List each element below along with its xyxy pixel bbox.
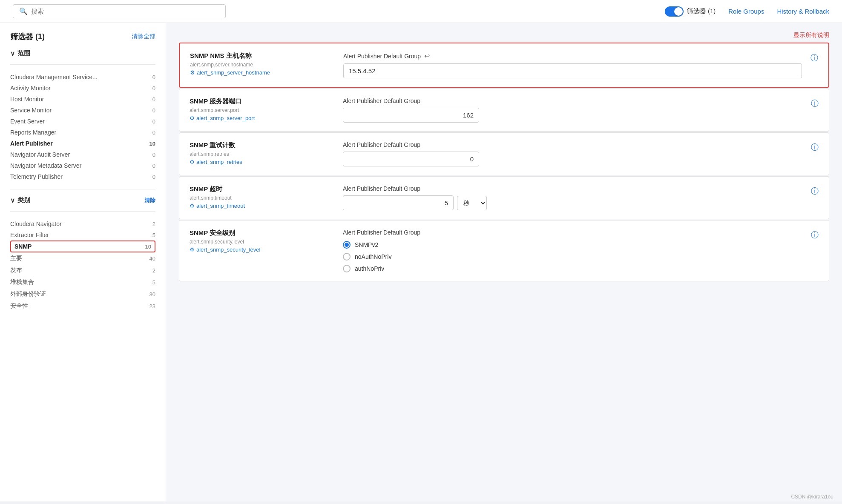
scope-item-navigator-audit[interactable]: Navigator Audit Server 0 — [10, 149, 155, 160]
config-label-col-snmp-security: SNMP 安全级别 alert.snmp.security.level ⚙ al… — [190, 229, 334, 253]
input-snmp-retries[interactable] — [343, 152, 479, 166]
group-label-text-snmp-server-port: Alert Publisher Default Group — [343, 97, 420, 104]
search-input[interactable] — [31, 8, 219, 15]
category-item-snmp[interactable]: SNMP 10 — [10, 241, 155, 252]
category-label: 类别 — [17, 196, 30, 204]
filter-toggle[interactable]: 筛选器 (1) — [665, 6, 716, 17]
search-box[interactable]: 🔍 — [13, 4, 226, 18]
radio-label-authnopriv: authNoPriv — [355, 265, 384, 272]
category-inner-divider — [10, 211, 155, 212]
info-icon-snmp-security[interactable]: ⓘ — [811, 230, 819, 240]
scope-item-activity-monitor[interactable]: Activity Monitor 0 — [10, 83, 155, 94]
config-label-col-snmp-server-port: SNMP 服务器端口 alert.snmp.server.port ⚙ aler… — [190, 97, 334, 121]
config-link-label-snmp-timeout: alert_snmp_timeout — [196, 203, 245, 209]
radio-noauthnopriv[interactable]: noAuthNoPriv — [343, 253, 802, 261]
group-label-text-snmp-timeout: Alert Publisher Default Group — [343, 185, 420, 192]
chevron-down-icon-2: ∨ — [10, 197, 15, 204]
top-bar: 🔍 筛选器 (1) Role Groups History & Rollback — [0, 0, 842, 23]
rollback-icon-snmp-nms-host[interactable]: ↩ — [424, 52, 430, 60]
input-snmp-timeout[interactable] — [343, 195, 454, 210]
config-link-snmp-retries[interactable]: ⚙ alert_snmp_retries — [190, 159, 334, 165]
gear-icon-snmp-nms-host: ⚙ — [190, 69, 195, 76]
scope-item-telemetry-publisher[interactable]: Telemetry Publisher 0 — [10, 171, 155, 182]
scope-item-cloudera-mgmt[interactable]: Cloudera Management Service... 0 — [10, 72, 155, 83]
main-layout: 筛选器 (1) 清除全部 ∨ 范围 Cloudera Management Se… — [0, 23, 842, 501]
config-value-col-snmp-nms-host: Alert Publisher Default Group ↩ — [343, 52, 802, 78]
config-row-snmp-server-port: SNMP 服务器端口 alert.snmp.server.port ⚙ aler… — [179, 89, 829, 131]
config-card-snmp-retries: SNMP 重试计数 alert.snmp.retries ⚙ alert_snm… — [179, 132, 829, 175]
content-inner: 显示所有说明 SNMP NMS 主机名称 alert.snmp.server.h… — [166, 23, 842, 291]
clear-all-button[interactable]: 清除全部 — [132, 33, 155, 40]
scope-item-event-server[interactable]: Event Server 0 — [10, 116, 155, 127]
config-key-snmp-security: alert.snmp.security.level — [190, 239, 334, 245]
config-label-col-snmp-retries: SNMP 重试计数 alert.snmp.retries ⚙ alert_snm… — [190, 141, 334, 165]
category-clear-button[interactable]: 清除 — [144, 197, 155, 204]
config-value-col-snmp-security: Alert Publisher Default Group SNMPv2 — [343, 229, 802, 272]
category-section-header[interactable]: ∨ 类别 清除 — [10, 196, 155, 204]
sidebar-header: 筛选器 (1) 清除全部 — [10, 32, 155, 42]
info-icon-snmp-timeout[interactable]: ⓘ — [811, 186, 819, 196]
group-label-text-snmp-security: Alert Publisher Default Group — [343, 229, 420, 236]
role-groups-link[interactable]: Role Groups — [728, 8, 764, 15]
config-key-snmp-server-port: alert.snmp.server.port — [190, 107, 334, 113]
config-group-snmp-server-port: Alert Publisher Default Group — [343, 97, 802, 104]
category-item-fabu[interactable]: 发布 2 — [10, 264, 155, 276]
scope-item-alert-publisher[interactable]: Alert Publisher 10 — [10, 138, 155, 149]
gear-icon-snmp-security: ⚙ — [190, 246, 195, 253]
config-label-snmp-timeout: SNMP 超时 — [190, 185, 334, 193]
category-item-external-auth[interactable]: 外部身份验证 30 — [10, 288, 155, 300]
config-group-snmp-security: Alert Publisher Default Group — [343, 229, 802, 236]
category-item-cloudera-navigator[interactable]: Cloudera Navigator 2 — [10, 218, 155, 229]
config-link-snmp-security[interactable]: ⚙ alert_snmp_security_level — [190, 246, 334, 253]
config-key-snmp-nms-host: alert.snmp.server.hostname — [190, 62, 335, 68]
config-label-snmp-retries: SNMP 重试计数 — [190, 141, 334, 149]
category-item-security[interactable]: 安全性 23 — [10, 300, 155, 312]
unit-select-snmp-timeout[interactable]: 秒 分钟 毫秒 — [457, 196, 487, 210]
config-group-snmp-timeout: Alert Publisher Default Group — [343, 185, 802, 192]
top-bar-right: 筛选器 (1) Role Groups History & Rollback — [665, 6, 829, 17]
config-link-label-snmp-nms-host: alert_snmp_server_hostname — [197, 69, 270, 76]
config-label-col-snmp-timeout: SNMP 超时 alert.snmp.timeout ⚙ alert_snmp_… — [190, 185, 334, 209]
config-link-snmp-timeout[interactable]: ⚙ alert_snmp_timeout — [190, 203, 334, 209]
chevron-down-icon: ∨ — [10, 50, 15, 57]
config-link-snmp-server-port[interactable]: ⚙ alert_snmp_server_port — [190, 115, 334, 121]
info-icon-snmp-nms-host[interactable]: ⓘ — [810, 53, 818, 63]
scope-item-host-monitor[interactable]: Host Monitor 0 — [10, 94, 155, 105]
group-label-text-snmp-nms-host: Alert Publisher Default Group — [343, 53, 421, 60]
config-value-col-snmp-retries: Alert Publisher Default Group — [343, 141, 802, 166]
scope-item-service-monitor[interactable]: Service Monitor 0 — [10, 105, 155, 116]
radio-authnopriv[interactable]: authNoPriv — [343, 265, 802, 272]
sidebar-title: 筛选器 (1) — [10, 32, 45, 42]
toggle-switch[interactable] — [665, 6, 684, 17]
config-card-snmp-timeout: SNMP 超时 alert.snmp.timeout ⚙ alert_snmp_… — [179, 176, 829, 219]
config-row-snmp-timeout: SNMP 超时 alert.snmp.timeout ⚙ alert_snmp_… — [179, 177, 829, 219]
config-link-label-snmp-server-port: alert_snmp_server_port — [196, 115, 255, 121]
gear-icon-snmp-server-port: ⚙ — [190, 115, 195, 121]
info-icon-snmp-retries[interactable]: ⓘ — [811, 142, 819, 152]
info-icon-snmp-server-port[interactable]: ⓘ — [811, 98, 819, 109]
config-label-col-snmp-nms-host: SNMP NMS 主机名称 alert.snmp.server.hostname… — [190, 52, 335, 76]
config-card-snmp-nms-host: SNMP NMS 主机名称 alert.snmp.server.hostname… — [179, 43, 829, 88]
scope-item-reports-manager[interactable]: Reports Manager 0 — [10, 127, 155, 138]
config-row-snmp-retries: SNMP 重试计数 alert.snmp.retries ⚙ alert_snm… — [179, 133, 829, 175]
group-label-text-snmp-retries: Alert Publisher Default Group — [343, 141, 420, 148]
show-all-link[interactable]: 显示所有说明 — [179, 32, 829, 39]
scope-section-header[interactable]: ∨ 范围 — [10, 49, 155, 57]
config-value-col-snmp-server-port: Alert Publisher Default Group — [343, 97, 802, 123]
category-item-duizhan[interactable]: 堆栈集合 5 — [10, 276, 155, 288]
radio-label-noauthnopriv: noAuthNoPriv — [355, 253, 391, 260]
input-snmp-nms-host[interactable] — [343, 63, 802, 78]
config-group-snmp-nms-host: Alert Publisher Default Group ↩ — [343, 52, 802, 60]
gear-icon-snmp-retries: ⚙ — [190, 159, 195, 165]
radio-snmpv2[interactable]: SNMPv2 — [343, 241, 802, 249]
category-item-extractor-filter[interactable]: Extractor Filter 5 — [10, 229, 155, 241]
scope-item-navigator-metadata[interactable]: Navigator Metadata Server 0 — [10, 160, 155, 171]
search-icon: 🔍 — [19, 7, 28, 15]
history-rollback-link[interactable]: History & Rollback — [777, 8, 829, 15]
radio-label-snmpv2: SNMPv2 — [355, 241, 378, 248]
category-item-zhuyao[interactable]: 主要 40 — [10, 252, 155, 264]
copyright-text: CSDN @kirara1ou — [791, 494, 833, 500]
input-snmp-server-port[interactable] — [343, 108, 479, 123]
config-link-snmp-nms-host[interactable]: ⚙ alert_snmp_server_hostname — [190, 69, 335, 76]
config-value-col-snmp-timeout: Alert Publisher Default Group 秒 分钟 毫秒 — [343, 185, 802, 210]
